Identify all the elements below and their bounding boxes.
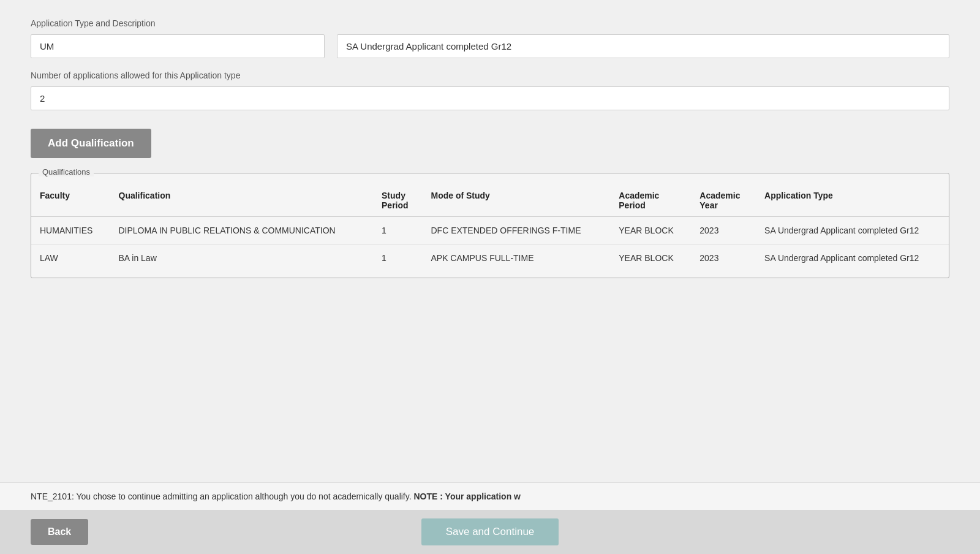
table-cell-0-6: SA Undergrad Applicant completed Gr12 xyxy=(756,217,949,245)
app-type-row: UM SA Undergrad Applicant completed Gr12 xyxy=(31,34,949,58)
main-content: Application Type and Description UM SA U… xyxy=(0,0,980,482)
col-mode-of-study: Mode of Study xyxy=(422,184,610,217)
app-type-description: SA Undergrad Applicant completed Gr12 xyxy=(337,34,949,58)
table-cell-1-2: 1 xyxy=(373,245,422,272)
qualifications-container: Qualifications Faculty Qualification Stu… xyxy=(31,173,949,278)
add-qualification-button[interactable]: Add Qualification xyxy=(31,129,151,158)
table-row: LAWBA in Law1APK CAMPUS FULL-TIMEYEAR BL… xyxy=(31,245,949,272)
col-academic-period: AcademicPeriod xyxy=(610,184,691,217)
col-study-period: StudyPeriod xyxy=(373,184,422,217)
footer-bar: Back Save and Continue xyxy=(0,510,980,554)
table-cell-1-0: LAW xyxy=(31,245,110,272)
col-faculty: Faculty xyxy=(31,184,110,217)
table-cell-0-2: 1 xyxy=(373,217,422,245)
table-cell-1-3: APK CAMPUS FULL-TIME xyxy=(422,245,610,272)
num-apps-label: Number of applications allowed for this … xyxy=(31,70,949,80)
col-application-type: Application Type xyxy=(756,184,949,217)
num-apps-value: 2 xyxy=(31,86,949,110)
notice-bold: NOTE : Your application w xyxy=(414,491,521,501)
table-row: HUMANITIESDIPLOMA IN PUBLIC RELATIONS & … xyxy=(31,217,949,245)
table-cell-0-0: HUMANITIES xyxy=(31,217,110,245)
table-cell-1-1: BA in Law xyxy=(110,245,374,272)
table-cell-0-1: DIPLOMA IN PUBLIC RELATIONS & COMMUNICAT… xyxy=(110,217,374,245)
col-academic-year: AcademicYear xyxy=(691,184,756,217)
app-type-section-label: Application Type and Description xyxy=(31,18,949,28)
qualifications-table: Faculty Qualification StudyPeriod Mode o… xyxy=(31,184,949,271)
col-qualification: Qualification xyxy=(110,184,374,217)
qualifications-legend: Qualifications xyxy=(39,167,94,176)
notice-normal: NTE_2101: You chose to continue admittin… xyxy=(31,491,412,501)
table-cell-1-6: SA Undergrad Applicant completed Gr12 xyxy=(756,245,949,272)
table-cell-0-5: 2023 xyxy=(691,217,756,245)
table-cell-0-4: YEAR BLOCK xyxy=(610,217,691,245)
notice-bar: NTE_2101: You chose to continue admittin… xyxy=(0,482,980,510)
notice-text: NTE_2101: You chose to continue admittin… xyxy=(31,491,521,501)
table-cell-1-5: 2023 xyxy=(691,245,756,272)
table-cell-0-3: DFC EXTENDED OFFERINGS F-TIME xyxy=(422,217,610,245)
table-header-row: Faculty Qualification StudyPeriod Mode o… xyxy=(31,184,949,217)
save-continue-button[interactable]: Save and Continue xyxy=(421,518,559,545)
back-button[interactable]: Back xyxy=(31,519,88,545)
app-type-code: UM xyxy=(31,34,325,58)
table-cell-1-4: YEAR BLOCK xyxy=(610,245,691,272)
